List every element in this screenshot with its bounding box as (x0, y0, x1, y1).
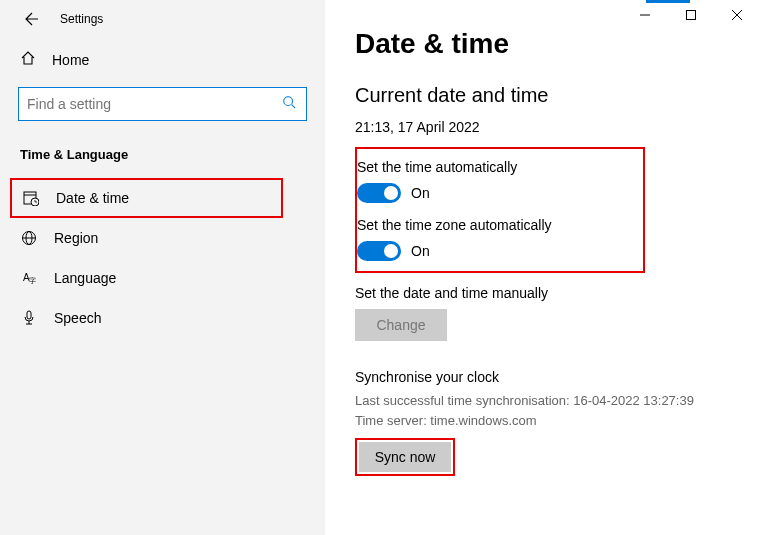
change-button: Change (355, 309, 447, 341)
auto-settings-highlight: Set the time automatically On Set the ti… (355, 147, 645, 273)
current-datetime: 21:13, 17 April 2022 (355, 119, 730, 135)
main-content: Date & time Current date and time 21:13,… (325, 0, 760, 535)
app-title: Settings (60, 12, 103, 26)
svg-rect-1 (687, 11, 696, 20)
search-box[interactable] (18, 87, 307, 121)
sidebar-item-speech[interactable]: Speech (0, 298, 325, 338)
auto-time-state: On (411, 185, 430, 201)
sidebar-item-datetime[interactable]: Date & time (10, 178, 283, 218)
svg-point-4 (284, 97, 293, 106)
sync-last-info: Last successful time synchronisation: 16… (355, 391, 730, 411)
search-input[interactable] (27, 96, 282, 112)
microphone-icon (20, 310, 38, 326)
sidebar-item-home[interactable]: Home (0, 38, 325, 81)
calendar-clock-icon (22, 190, 40, 206)
auto-tz-label: Set the time zone automatically (357, 217, 631, 233)
auto-tz-toggle[interactable] (357, 241, 401, 261)
auto-time-label: Set the time automatically (357, 159, 631, 175)
sidebar-item-language[interactable]: A字 Language (0, 258, 325, 298)
auto-time-toggle[interactable] (357, 183, 401, 203)
sync-now-button[interactable]: Sync now (359, 442, 451, 472)
maximize-button[interactable] (668, 0, 714, 30)
close-button[interactable] (714, 0, 760, 30)
back-button[interactable] (20, 9, 40, 29)
sidebar-item-label: Region (54, 230, 98, 246)
sync-heading: Synchronise your clock (355, 369, 730, 385)
sidebar-item-region[interactable]: Region (0, 218, 325, 258)
sync-button-highlight: Sync now (355, 438, 455, 476)
titlebar: Settings (0, 0, 325, 38)
home-icon (20, 50, 36, 69)
home-label: Home (52, 52, 89, 68)
sidebar-item-label: Language (54, 270, 116, 286)
page-title: Date & time (355, 28, 730, 60)
sidebar-item-label: Date & time (56, 190, 129, 206)
category-label: Time & Language (0, 139, 325, 178)
sync-server-info: Time server: time.windows.com (355, 411, 730, 431)
language-icon: A字 (20, 270, 38, 286)
section-subtitle: Current date and time (355, 84, 730, 107)
svg-rect-14 (27, 311, 31, 319)
svg-line-5 (292, 105, 296, 109)
minimize-button[interactable] (622, 0, 668, 30)
sidebar-item-label: Speech (54, 310, 101, 326)
svg-text:字: 字 (29, 277, 36, 284)
globe-icon (20, 230, 38, 246)
auto-tz-state: On (411, 243, 430, 259)
window-controls (622, 0, 760, 30)
sidebar: Settings Home Time & Language Date & tim… (0, 0, 325, 535)
manual-label: Set the date and time manually (355, 285, 730, 301)
search-icon (282, 95, 296, 113)
